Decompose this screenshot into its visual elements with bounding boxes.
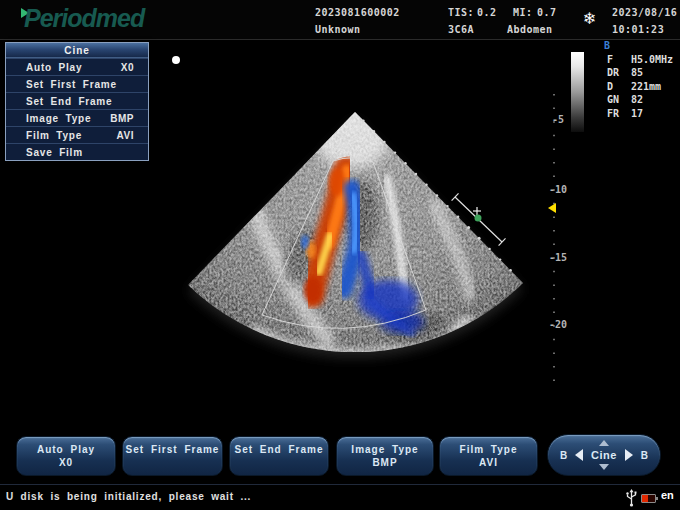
menu-item-set-end-frame[interactable]: Set End Frame xyxy=(6,92,148,109)
image-parameters: FH5.0MHz DR85 D221mm GN82 FR17 xyxy=(607,53,673,120)
cine-prev-icon[interactable] xyxy=(575,449,583,461)
periodmed-logo: Periodmed xyxy=(24,4,144,33)
status-bar: U disk is being initialized, please wait… xyxy=(0,484,680,510)
battery-icon xyxy=(641,494,656,503)
menu-item-set-first-frame[interactable]: Set First Frame xyxy=(6,75,148,92)
tis-label: TIS: xyxy=(448,7,474,18)
freeze-icon: ❄ xyxy=(583,9,596,28)
cine-nav-control[interactable]: B Cine B xyxy=(547,434,661,476)
set-end-frame-button[interactable]: Set End Frame xyxy=(229,436,329,476)
language-indicator: en xyxy=(661,489,674,501)
menu-item-film-type[interactable]: Film Type AVI xyxy=(6,126,148,143)
ultrasound-app: Periodmed 2023081600002 Unknown TIS: 0.2… xyxy=(0,0,680,510)
depth-label-5: -5 xyxy=(546,114,570,125)
cine-next-icon[interactable] xyxy=(625,449,633,461)
cine-right-b-label[interactable]: B xyxy=(641,450,648,461)
status-message: U disk is being initialized, please wait… xyxy=(6,491,251,502)
set-first-frame-button[interactable]: Set First Frame xyxy=(122,436,223,476)
patient-name: Unknown xyxy=(315,24,361,35)
mi-label: MI: xyxy=(513,7,533,18)
depth-label-10: -10 xyxy=(546,184,570,195)
usb-icon xyxy=(625,489,638,507)
system-date: 2023/08/16 xyxy=(612,7,677,18)
depth-label-15: -15 xyxy=(546,252,570,263)
image-type-button[interactable]: Image Type BMP xyxy=(336,436,434,476)
frame-marker-dot xyxy=(172,56,180,64)
film-type-button[interactable]: Film Type AVI xyxy=(439,436,538,476)
caliper-cursor-icon xyxy=(473,207,481,215)
grayscale-bar xyxy=(571,52,584,132)
focus-marker-icon[interactable] xyxy=(548,203,556,213)
depth-label-20: -20 xyxy=(546,319,570,330)
top-bar: Periodmed 2023081600002 Unknown TIS: 0.2… xyxy=(0,0,680,40)
exam-id: 2023081600002 xyxy=(315,7,400,18)
cine-left-b-label[interactable]: B xyxy=(560,450,567,461)
bottom-toolbar: Auto Play X0 Set First Frame Set End Fra… xyxy=(0,430,680,483)
mi-value: 0.7 xyxy=(537,7,557,18)
mode-indicator: B xyxy=(604,40,610,51)
tis-value: 0.2 xyxy=(477,7,497,18)
context-menu-title: Cine xyxy=(6,43,148,58)
system-time: 10:01:23 xyxy=(612,24,664,35)
probe-model: 3C6A xyxy=(448,24,474,35)
menu-item-image-type[interactable]: Image Type BMP xyxy=(6,109,148,126)
caliper-point xyxy=(475,215,482,222)
cine-context-menu: Cine Auto Play X0 Set First Frame Set En… xyxy=(5,42,149,161)
exam-preset: Abdomen xyxy=(507,24,553,35)
menu-item-auto-play[interactable]: Auto Play X0 xyxy=(6,58,148,75)
cine-label: Cine xyxy=(591,449,617,461)
auto-play-button[interactable]: Auto Play X0 xyxy=(16,436,116,476)
menu-item-save-film[interactable]: Save Film xyxy=(6,143,148,160)
